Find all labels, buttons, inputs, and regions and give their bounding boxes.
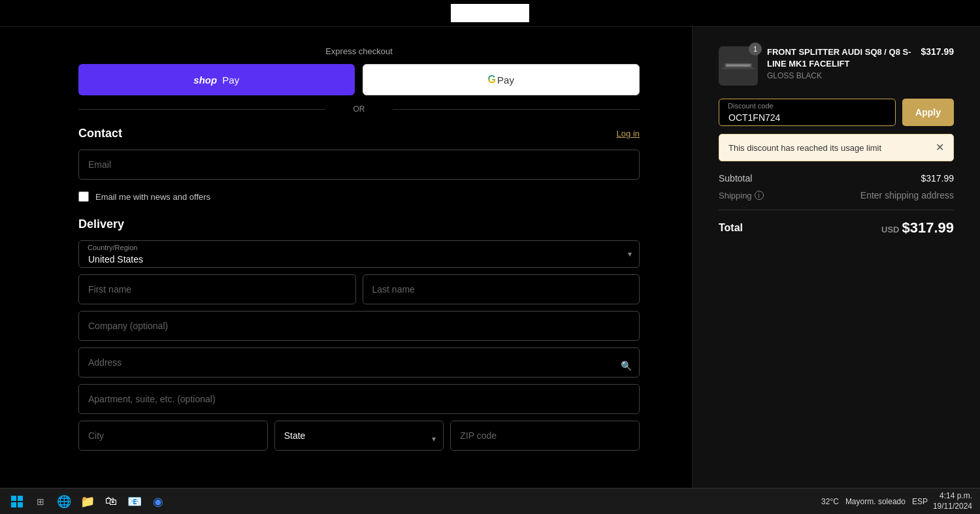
discount-error-text: This discount has reached its usage limi… [728, 143, 881, 153]
city-state-zip-row: State CA NY TX ▾ [78, 421, 640, 457]
gpay-button[interactable]: G Pay [363, 64, 640, 95]
windows-logo-svg [11, 496, 23, 507]
close-icon[interactable]: ✕ [936, 142, 944, 153]
summary-divider [719, 210, 954, 210]
delivery-title: Delivery [78, 217, 640, 231]
discount-code-field[interactable] [719, 99, 896, 126]
order-item: 1 FRONT SPLITTER AUDI SQ8 / Q8 S-LINE MK… [719, 46, 954, 86]
taskbar-apps-icon[interactable]: ⊞ [31, 492, 50, 511]
taskbar: ⊞ 🌐 📁 🛍 📧 ◉ 32°C Mayorm. soleado ESP 4:1… [0, 488, 980, 514]
express-checkout-label: Express checkout [78, 46, 640, 56]
shipping-label-group: Shipping i [719, 191, 764, 201]
svg-rect-5 [11, 502, 16, 507]
search-icon: 🔍 [621, 361, 632, 371]
taskbar-browser-icon[interactable]: 🌐 [55, 492, 73, 511]
newsletter-checkbox[interactable] [78, 191, 89, 202]
company-field[interactable] [78, 311, 640, 341]
subtotal-value: $317.99 [921, 173, 954, 184]
address-wrapper: 🔍 [78, 347, 640, 384]
info-icon: i [755, 191, 764, 200]
total-row: Total USD$317.99 [719, 219, 954, 236]
last-name-field[interactable] [363, 274, 640, 304]
language-text: ESP [912, 497, 928, 506]
page-layout: Express checkout shop Pay G Pay OR Conta… [0, 27, 980, 510]
item-quantity-badge: 1 [749, 42, 762, 56]
system-tray: 32°C Mayorm. soleado ESP [821, 497, 928, 506]
country-select-wrapper: Country/Region United States Canada Unit… [78, 240, 640, 268]
svg-rect-3 [11, 496, 16, 501]
item-image-wrapper: 1 [719, 46, 758, 86]
express-checkout-buttons: shop Pay G Pay [78, 64, 640, 95]
taskbar-store-icon[interactable]: 🛍 [102, 492, 120, 511]
weather-text: Mayorm. soleado [845, 497, 906, 506]
contact-title: Contact [78, 127, 122, 140]
discount-row: Discount code Apply [719, 99, 954, 126]
or-divider: OR [78, 104, 640, 114]
email-field[interactable] [78, 150, 640, 180]
shipping-label: Shipping [719, 191, 752, 201]
apply-discount-button[interactable]: Apply [902, 99, 954, 126]
svg-rect-2 [722, 68, 755, 70]
total-value: USD$317.99 [881, 219, 954, 236]
item-name: FRONT SPLITTER AUDI SQ8 / Q8 S-LINE MK1 … [767, 46, 911, 70]
taskbar-right: 32°C Mayorm. soleado ESP 4:14 p.m. 19/11… [821, 491, 972, 511]
clock: 4:14 p.m. 19/11/2024 [933, 491, 972, 511]
svg-rect-1 [727, 65, 751, 67]
item-variant: GLOSS BLACK [767, 71, 911, 80]
item-price: $317.99 [921, 46, 954, 57]
windows-start-icon[interactable] [8, 492, 26, 511]
zip-field[interactable] [450, 421, 640, 451]
temperature-text: 32°C [821, 497, 839, 506]
first-name-field[interactable] [78, 274, 356, 304]
shipping-value: Enter shipping address [860, 190, 954, 201]
log-in-link[interactable]: Log in [617, 129, 640, 138]
time-display: 4:14 p.m. [933, 491, 972, 502]
newsletter-label: Email me with news and offers [95, 192, 210, 202]
taskbar-file-icon[interactable]: 📁 [78, 492, 97, 511]
discount-error-banner: This discount has reached its usage limi… [719, 134, 954, 161]
shop-pay-button[interactable]: shop Pay [78, 64, 355, 95]
discount-input-wrapper: Discount code [719, 99, 896, 126]
name-row [78, 274, 640, 304]
city-field[interactable] [78, 421, 268, 451]
logo [451, 4, 529, 22]
product-image-svg [722, 56, 755, 76]
shipping-row: Shipping i Enter shipping address [719, 190, 954, 201]
date-display: 19/11/2024 [933, 502, 972, 512]
country-select[interactable]: United States Canada United Kingdom [78, 240, 640, 268]
shop-pay-icon: shop Pay [193, 74, 239, 86]
subtotal-row: Subtotal $317.99 [719, 173, 954, 184]
left-panel: Express checkout shop Pay G Pay OR Conta… [0, 27, 693, 510]
top-bar [0, 0, 980, 27]
taskbar-chrome-icon[interactable]: ◉ [149, 492, 167, 511]
total-label: Total [719, 222, 743, 234]
item-details: FRONT SPLITTER AUDI SQ8 / Q8 S-LINE MK1 … [767, 46, 911, 80]
svg-rect-6 [18, 502, 23, 507]
state-select[interactable]: State CA NY TX [274, 421, 444, 451]
address-field[interactable] [78, 347, 640, 377]
right-panel: 1 FRONT SPLITTER AUDI SQ8 / Q8 S-LINE MK… [693, 27, 980, 510]
taskbar-mail-icon[interactable]: 📧 [125, 492, 144, 511]
total-currency: USD [881, 225, 899, 234]
total-amount: $317.99 [902, 219, 954, 236]
gpay-text: Pay [497, 74, 514, 86]
state-select-wrapper: State CA NY TX ▾ [274, 421, 444, 457]
apartment-field[interactable] [78, 384, 640, 414]
google-g-icon: G [488, 74, 496, 86]
newsletter-checkbox-row: Email me with news and offers [78, 191, 640, 202]
svg-rect-4 [18, 496, 23, 501]
subtotal-label: Subtotal [719, 173, 752, 184]
contact-header: Contact Log in [78, 127, 640, 140]
taskbar-left: ⊞ 🌐 📁 🛍 📧 ◉ [8, 492, 167, 511]
